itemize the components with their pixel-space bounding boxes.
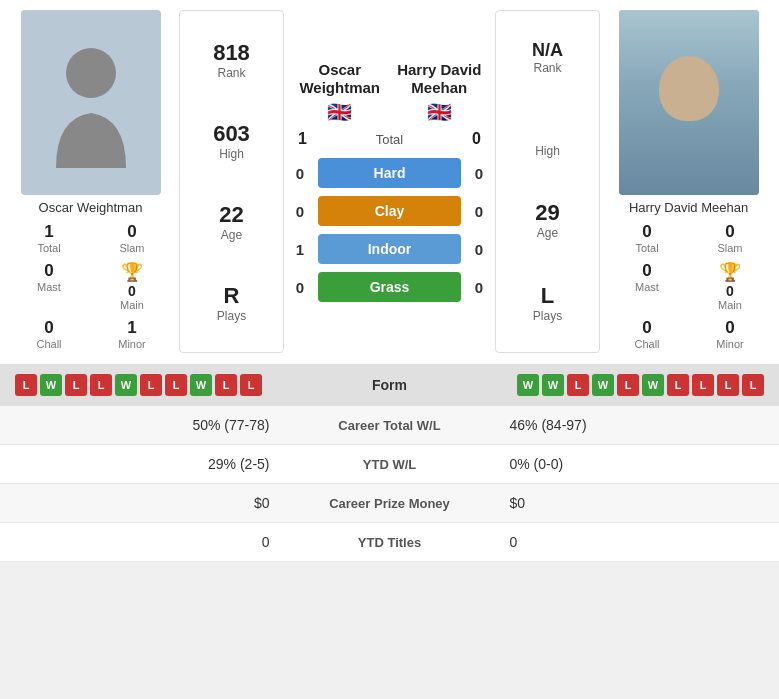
form-badge: L bbox=[667, 374, 689, 396]
left-slam-value: 0 bbox=[94, 222, 170, 242]
form-badge: L bbox=[567, 374, 589, 396]
form-badge: L bbox=[717, 374, 739, 396]
total-right-score: 0 bbox=[464, 130, 489, 148]
left-chall-label: Chall bbox=[11, 338, 87, 350]
right-form-badges: WWLWLWLLLL bbox=[517, 374, 764, 396]
right-slam-value: 0 bbox=[692, 222, 768, 242]
clay-right-score: 0 bbox=[469, 203, 489, 220]
left-plays-value: R bbox=[217, 283, 246, 309]
stats-row: 0YTD Titles0 bbox=[0, 523, 779, 562]
left-age-stat: 22 Age bbox=[219, 202, 243, 242]
form-badge: W bbox=[40, 374, 62, 396]
indoor-left-score: 1 bbox=[290, 241, 310, 258]
left-name-text: Oscar Weightman bbox=[290, 61, 390, 97]
right-rank-stat: N/A Rank bbox=[532, 40, 563, 75]
right-rank-label: Rank bbox=[532, 61, 563, 75]
grass-left-score: 0 bbox=[290, 279, 310, 296]
trophy-icon-left: 🏆 bbox=[121, 261, 143, 283]
right-mast-value: 0 bbox=[609, 261, 685, 281]
right-minor-value: 0 bbox=[692, 318, 768, 338]
right-total-value: 0 bbox=[609, 222, 685, 242]
form-badge: W bbox=[517, 374, 539, 396]
right-age-label: Age bbox=[535, 226, 559, 240]
left-high-label: High bbox=[213, 147, 250, 161]
right-plays-value: L bbox=[533, 283, 562, 309]
right-face bbox=[619, 10, 759, 195]
stats-right-value: 46% (84-97) bbox=[490, 417, 765, 433]
left-player-photo bbox=[21, 10, 161, 195]
right-player-stats: 0 Total 0 Slam 0 Mast 🏆 0 Main bbox=[606, 219, 771, 353]
trophy-icon-right: 🏆 bbox=[719, 261, 741, 283]
grass-surface-btn[interactable]: Grass bbox=[318, 272, 461, 302]
right-player-name-header: Harry David Meehan 🇬🇧 bbox=[390, 61, 490, 124]
form-badge: W bbox=[190, 374, 212, 396]
right-high-label: High bbox=[535, 144, 560, 158]
right-player-name: Harry David Meehan bbox=[629, 200, 748, 215]
right-center-stats: N/A Rank High 29 Age L Plays bbox=[495, 10, 600, 353]
indoor-surface-btn[interactable]: Indoor bbox=[318, 234, 461, 264]
total-label: Total bbox=[315, 132, 464, 147]
left-flag: 🇬🇧 bbox=[290, 100, 390, 124]
form-section: LWLLWLLWLL Form WWLWLWLLLL bbox=[0, 364, 779, 406]
main-container: Oscar Weightman 1 Total 0 Slam 0 Mast bbox=[0, 0, 779, 562]
clay-surface-btn[interactable]: Clay bbox=[318, 196, 461, 226]
stats-right-value: $0 bbox=[490, 495, 765, 511]
player-names-row: Oscar Weightman 🇬🇧 Harry David Meehan 🇬🇧 bbox=[290, 61, 489, 124]
right-rank-value: N/A bbox=[532, 40, 563, 61]
form-badge: W bbox=[115, 374, 137, 396]
surface-indoor-row: 1 Indoor 0 bbox=[290, 234, 489, 264]
stats-center-label: Career Prize Money bbox=[290, 496, 490, 511]
left-rank-stat: 818 Rank bbox=[213, 40, 250, 80]
stats-right-value: 0 bbox=[490, 534, 765, 550]
right-trophy-cell: 🏆 0 Main bbox=[689, 258, 771, 314]
left-mast-label: Mast bbox=[11, 281, 87, 293]
player-comparison-section: Oscar Weightman 1 Total 0 Slam 0 Mast bbox=[0, 0, 779, 361]
left-rank-value: 818 bbox=[213, 40, 250, 66]
right-chall-value: 0 bbox=[609, 318, 685, 338]
surface-clay-row: 0 Clay 0 bbox=[290, 196, 489, 226]
right-plays-label: Plays bbox=[533, 309, 562, 323]
hard-left-score: 0 bbox=[290, 165, 310, 182]
right-minor-cell: 0 Minor bbox=[689, 315, 771, 353]
stats-left-value: 29% (2-5) bbox=[15, 456, 290, 472]
hard-right-score: 0 bbox=[469, 165, 489, 182]
form-badge: L bbox=[742, 374, 764, 396]
stats-left-value: $0 bbox=[15, 495, 290, 511]
left-plays-label: Plays bbox=[217, 309, 246, 323]
surface-grass-row: 0 Grass 0 bbox=[290, 272, 489, 302]
stats-table: 50% (77-78)Career Total W/L46% (84-97)29… bbox=[0, 406, 779, 562]
left-high-value: 603 bbox=[213, 121, 250, 147]
hard-surface-btn[interactable]: Hard bbox=[318, 158, 461, 188]
right-chall-label: Chall bbox=[609, 338, 685, 350]
right-plays-stat: L Plays bbox=[533, 283, 562, 323]
form-badge: W bbox=[592, 374, 614, 396]
form-badge: W bbox=[542, 374, 564, 396]
left-minor-label: Minor bbox=[94, 338, 170, 350]
left-player-card: Oscar Weightman 1 Total 0 Slam 0 Mast bbox=[8, 10, 173, 353]
right-mast-cell: 0 Mast bbox=[606, 258, 688, 314]
stats-right-value: 0% (0-0) bbox=[490, 456, 765, 472]
total-row: 1 Total 0 bbox=[290, 130, 489, 148]
form-badge: L bbox=[692, 374, 714, 396]
stats-center-label: YTD W/L bbox=[290, 457, 490, 472]
right-minor-label: Minor bbox=[692, 338, 768, 350]
left-chall-value: 0 bbox=[11, 318, 87, 338]
form-badge: L bbox=[215, 374, 237, 396]
stats-row: 29% (2-5)YTD W/L0% (0-0) bbox=[0, 445, 779, 484]
grass-right-score: 0 bbox=[469, 279, 489, 296]
form-badge: L bbox=[90, 374, 112, 396]
stats-row: $0Career Prize Money$0 bbox=[0, 484, 779, 523]
left-total-value: 1 bbox=[11, 222, 87, 242]
left-player-stats: 1 Total 0 Slam 0 Mast 🏆 0 Main bbox=[8, 219, 173, 353]
right-age-value: 29 bbox=[535, 200, 559, 226]
left-rank-label: Rank bbox=[213, 66, 250, 80]
left-main-value: 0 bbox=[128, 283, 136, 299]
left-chall-cell: 0 Chall bbox=[8, 315, 90, 353]
stats-row: 50% (77-78)Career Total W/L46% (84-97) bbox=[0, 406, 779, 445]
right-total-label: Total bbox=[609, 242, 685, 254]
form-badge: W bbox=[642, 374, 664, 396]
left-mast-value: 0 bbox=[11, 261, 87, 281]
right-name-text: Harry David Meehan bbox=[390, 61, 490, 97]
left-main-label: Main bbox=[120, 299, 144, 311]
form-badge: L bbox=[617, 374, 639, 396]
